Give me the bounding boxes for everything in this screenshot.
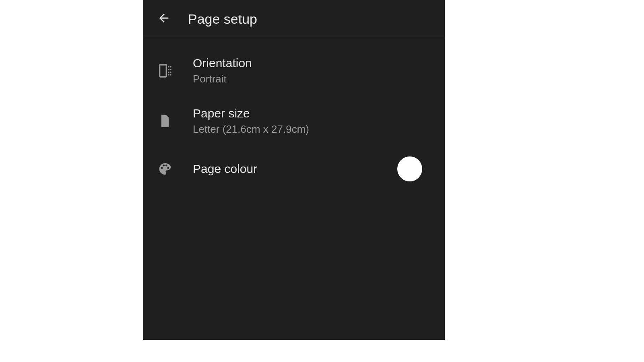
app-bar: Page setup (143, 0, 445, 38)
file-icon (154, 110, 176, 132)
orientation-title: Orientation (193, 56, 433, 70)
page-colour-swatch[interactable] (397, 156, 422, 181)
svg-rect-0 (160, 65, 167, 77)
svg-point-4 (168, 74, 169, 75)
page-title: Page setup (188, 11, 257, 27)
svg-point-1 (168, 66, 169, 67)
page-colour-text: Page colour (193, 162, 397, 176)
svg-point-5 (170, 66, 171, 67)
orientation-icon (154, 60, 176, 82)
svg-point-2 (168, 69, 169, 70)
orientation-value: Portrait (193, 73, 433, 85)
stage: Page setup (0, 0, 644, 362)
page-setup-panel: Page setup (143, 0, 445, 340)
svg-point-8 (170, 74, 171, 75)
palette-icon (154, 158, 176, 180)
page-colour-row[interactable]: Page colour (143, 146, 445, 192)
page-colour-title: Page colour (193, 162, 397, 176)
orientation-row[interactable]: Orientation Portrait (143, 45, 445, 96)
svg-point-3 (168, 71, 169, 72)
orientation-text: Orientation Portrait (193, 56, 433, 85)
paper-size-title: Paper size (193, 106, 433, 121)
svg-point-6 (170, 69, 171, 70)
settings-list: Orientation Portrait Paper size Letter (… (143, 38, 445, 192)
arrow-left-icon (157, 11, 171, 27)
paper-size-value: Letter (21.6cm x 27.9cm) (193, 123, 433, 136)
page-colour-trailing (397, 156, 422, 181)
back-button[interactable] (154, 9, 173, 29)
svg-point-7 (170, 71, 171, 72)
paper-size-row[interactable]: Paper size Letter (21.6cm x 27.9cm) (143, 96, 445, 146)
paper-size-text: Paper size Letter (21.6cm x 27.9cm) (193, 106, 433, 136)
